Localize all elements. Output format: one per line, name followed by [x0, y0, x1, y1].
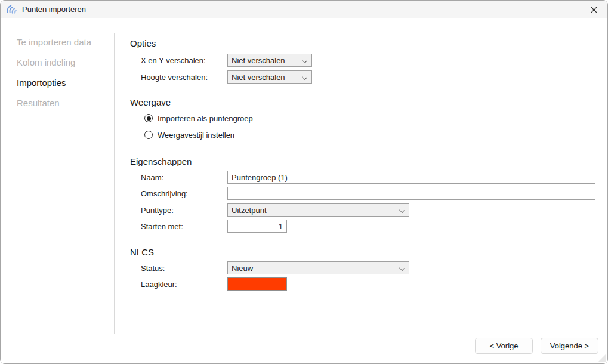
- radio-import-as-pointgroup[interactable]: Importeren als puntengroep: [144, 113, 253, 123]
- status-dropdown[interactable]: Nieuw: [227, 261, 409, 274]
- chevron-down-icon: [302, 75, 307, 80]
- status-dropdown-value: Nieuw: [232, 264, 253, 273]
- scale-height-dropdown-value: Niet verschalen: [232, 73, 285, 82]
- title-bar: Punten importeren: [1, 1, 607, 18]
- app-logo-icon: [6, 4, 18, 15]
- section-heading-nlcs: NLCS: [130, 246, 154, 258]
- radio-import-as-pointgroup-label: Importeren als puntengroep: [158, 114, 253, 123]
- chevron-down-icon: [399, 208, 405, 213]
- start-with-input[interactable]: [227, 220, 287, 233]
- name-input[interactable]: [227, 171, 595, 184]
- name-row: Naam:: [141, 171, 595, 184]
- close-icon[interactable]: [580, 1, 607, 18]
- point-type-row: Punttype: Uitzetpunt: [141, 203, 409, 217]
- sidebar-item-importopties[interactable]: Importopties: [17, 77, 114, 88]
- scale-xy-dropdown-value: Niet verschalen: [232, 56, 285, 65]
- radio-button-icon[interactable]: [144, 131, 153, 139]
- section-heading-eigenschappen: Eigenschappen: [130, 156, 192, 168]
- window-title: Punten importeren: [22, 5, 86, 14]
- resize-grip[interactable]: [598, 354, 606, 362]
- radio-set-display-style-label: Weergavestijl instellen: [158, 131, 234, 140]
- scale-xy-row: X en Y verschalen: Niet verschalen: [141, 54, 312, 67]
- layer-color-row: Laagkleur:: [141, 277, 287, 291]
- start-with-row: Starten met:: [141, 220, 287, 233]
- sidebar-divider: [114, 33, 115, 334]
- point-type-dropdown-value: Uitzetpunt: [232, 206, 267, 215]
- layer-color-swatch[interactable]: [227, 277, 287, 291]
- sidebar-item-te-importeren-data[interactable]: Te importeren data: [17, 36, 114, 48]
- description-input[interactable]: [227, 187, 595, 200]
- status-row: Status: Nieuw: [141, 261, 409, 274]
- description-row: Omschrijving:: [141, 187, 595, 200]
- sidebar-item-resultaten[interactable]: Resultaten: [17, 97, 114, 109]
- radio-set-display-style[interactable]: Weergavestijl instellen: [144, 130, 234, 140]
- scale-xy-dropdown[interactable]: Niet verschalen: [227, 54, 312, 67]
- import-points-dialog: Punten importeren Te importeren data Kol…: [0, 0, 608, 364]
- description-label: Omschrijving:: [141, 189, 227, 198]
- radio-button-icon[interactable]: [144, 114, 153, 122]
- status-label: Status:: [141, 264, 227, 273]
- sidebar-item-kolom-indeling[interactable]: Kolom indeling: [17, 57, 114, 68]
- section-heading-weergave: Weergave: [130, 97, 171, 109]
- chevron-down-icon: [399, 266, 405, 271]
- name-label: Naam:: [141, 173, 227, 182]
- layer-color-label: Laagkleur:: [141, 280, 227, 289]
- section-heading-opties: Opties: [130, 38, 156, 50]
- start-with-label: Starten met:: [141, 222, 227, 231]
- point-type-dropdown[interactable]: Uitzetpunt: [227, 203, 409, 217]
- scale-xy-label: X en Y verschalen:: [141, 56, 227, 65]
- scale-height-row: Hoogte verschalen: Niet verschalen: [141, 70, 312, 84]
- scale-height-dropdown[interactable]: Niet verschalen: [227, 70, 312, 84]
- point-type-label: Punttype:: [141, 206, 227, 215]
- wizard-steps: Te importeren data Kolom indeling Import…: [1, 18, 114, 118]
- next-button[interactable]: Volgende >: [541, 338, 598, 354]
- previous-button[interactable]: < Vorige: [475, 338, 533, 354]
- chevron-down-icon: [302, 58, 307, 63]
- scale-height-label: Hoogte verschalen:: [141, 73, 227, 82]
